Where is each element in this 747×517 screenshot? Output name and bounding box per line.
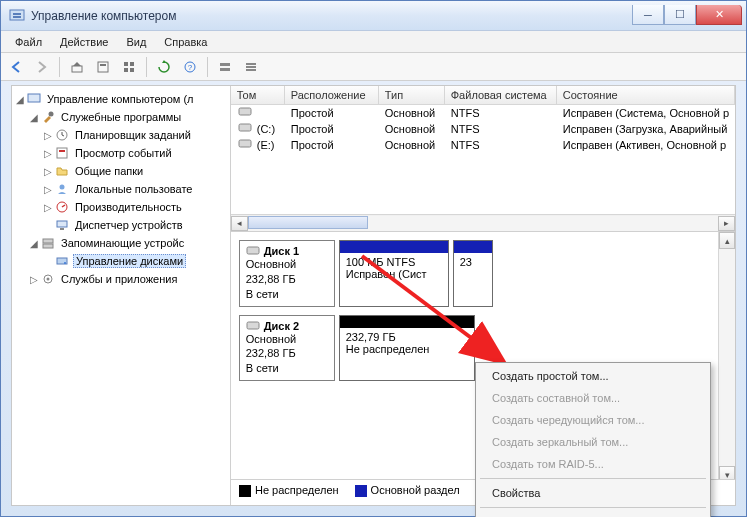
disk-header[interactable]: Диск 1 Основной 232,88 ГБ В сети bbox=[239, 240, 335, 307]
nav-tree[interactable]: ◢ Управление компьютером (л ◢ Служебные … bbox=[12, 86, 231, 505]
ctx-new-striped-volume[interactable]: Создать чередующийся том... bbox=[478, 409, 708, 431]
col-volume[interactable]: Том bbox=[231, 86, 285, 104]
ctx-new-mirror-volume[interactable]: Создать зеркальный том... bbox=[478, 431, 708, 453]
svg-rect-14 bbox=[246, 63, 256, 65]
ctx-help[interactable]: Справка bbox=[478, 511, 708, 517]
titlebar[interactable]: Управление компьютером ─ ☐ ✕ bbox=[1, 1, 746, 31]
ctx-new-simple-volume[interactable]: Создать простой том... bbox=[478, 365, 708, 387]
partition[interactable]: 23 bbox=[453, 240, 493, 307]
scroll-right-button[interactable]: ▸ bbox=[718, 216, 735, 231]
svg-rect-36 bbox=[247, 322, 259, 329]
storage-icon bbox=[40, 235, 56, 251]
window-buttons: ─ ☐ ✕ bbox=[632, 6, 742, 25]
disk-header[interactable]: Диск 2 Основной 232,88 ГБ В сети bbox=[239, 315, 335, 382]
content-area: ◢ Управление компьютером (л ◢ Служебные … bbox=[11, 85, 736, 506]
svg-rect-24 bbox=[57, 221, 67, 227]
overview-button[interactable] bbox=[214, 56, 236, 78]
minimize-button[interactable]: ─ bbox=[632, 5, 664, 25]
svg-rect-17 bbox=[28, 94, 40, 102]
volume-hscrollbar[interactable]: ◂ ▸ bbox=[231, 214, 735, 231]
svg-rect-34 bbox=[239, 140, 251, 147]
legend-swatch-unallocated bbox=[239, 485, 251, 497]
col-fs[interactable]: Файловая система bbox=[445, 86, 557, 104]
app-icon bbox=[9, 8, 25, 24]
menu-view[interactable]: Вид bbox=[118, 34, 154, 50]
svg-rect-25 bbox=[60, 228, 64, 230]
svg-rect-9 bbox=[130, 68, 134, 72]
scroll-left-button[interactable]: ◂ bbox=[231, 216, 248, 231]
tree-performance[interactable]: ▷ Производительность bbox=[14, 198, 228, 216]
ctx-properties[interactable]: Свойства bbox=[478, 482, 708, 504]
tree-services[interactable]: ▷ Службы и приложения bbox=[14, 270, 228, 288]
svg-point-31 bbox=[47, 278, 50, 281]
drive-icon bbox=[237, 139, 253, 149]
users-icon bbox=[54, 181, 70, 197]
ctx-new-spanned-volume[interactable]: Создать составной том... bbox=[478, 387, 708, 409]
scroll-thumb[interactable] bbox=[248, 216, 368, 229]
tree-disk-management[interactable]: Управление дисками bbox=[14, 252, 228, 270]
svg-point-29 bbox=[64, 262, 66, 264]
menubar: Файл Действие Вид Справка bbox=[1, 31, 746, 53]
close-button[interactable]: ✕ bbox=[696, 5, 742, 25]
ctx-separator bbox=[480, 478, 706, 479]
tree-system-tools[interactable]: ◢ Служебные программы bbox=[14, 108, 228, 126]
volume-row[interactable]: (E:) Простой Основной NTFS Исправен (Акт… bbox=[231, 137, 735, 153]
svg-point-18 bbox=[49, 112, 54, 117]
menu-file[interactable]: Файл bbox=[7, 34, 50, 50]
svg-rect-7 bbox=[130, 62, 134, 66]
volume-row[interactable]: (C:) Простой Основной NTFS Исправен (Заг… bbox=[231, 121, 735, 137]
volume-row[interactable]: Простой Основной NTFS Исправен (Система,… bbox=[231, 105, 735, 121]
maximize-button[interactable]: ☐ bbox=[664, 5, 696, 25]
ctx-new-raid5-volume[interactable]: Создать том RAID-5... bbox=[478, 453, 708, 475]
up-button[interactable] bbox=[66, 56, 88, 78]
folder-icon bbox=[54, 163, 70, 179]
tree-root[interactable]: ◢ Управление компьютером (л bbox=[14, 90, 228, 108]
svg-rect-21 bbox=[59, 150, 65, 152]
volume-list-header[interactable]: Том Расположение Тип Файловая система Со… bbox=[231, 86, 735, 105]
tree-local-users[interactable]: ▷ Локальные пользовате bbox=[14, 180, 228, 198]
services-icon bbox=[40, 271, 56, 287]
svg-rect-26 bbox=[43, 239, 53, 243]
disk-vscrollbar[interactable]: ▴ ▾ bbox=[718, 232, 735, 483]
tree-event-viewer[interactable]: ▷ Просмотр событий bbox=[14, 144, 228, 162]
svg-rect-13 bbox=[220, 68, 230, 71]
disk-icon bbox=[54, 253, 70, 269]
scroll-up-button[interactable]: ▴ bbox=[719, 232, 735, 249]
menu-help[interactable]: Справка bbox=[156, 34, 215, 50]
partition-unallocated[interactable]: 232,79 ГБ Не распределен bbox=[339, 315, 475, 382]
svg-rect-33 bbox=[239, 124, 251, 131]
partition[interactable]: 100 МБ NTFS Исправен (Сист bbox=[339, 240, 449, 307]
disk-icon bbox=[246, 246, 260, 256]
col-layout[interactable]: Расположение bbox=[285, 86, 379, 104]
svg-rect-27 bbox=[43, 244, 53, 248]
col-status[interactable]: Состояние bbox=[557, 86, 735, 104]
tree-storage[interactable]: ◢ Запоминающие устройс bbox=[14, 234, 228, 252]
menu-action[interactable]: Действие bbox=[52, 34, 116, 50]
nav-back-button[interactable] bbox=[5, 56, 27, 78]
devmgr-icon bbox=[54, 217, 70, 233]
perf-icon bbox=[54, 199, 70, 215]
svg-rect-12 bbox=[220, 63, 230, 66]
tree-shared-folders[interactable]: ▷ Общие папки bbox=[14, 162, 228, 180]
refresh-button[interactable] bbox=[153, 56, 175, 78]
props-button[interactable] bbox=[92, 56, 114, 78]
col-type[interactable]: Тип bbox=[379, 86, 445, 104]
volume-list: Том Расположение Тип Файловая система Со… bbox=[231, 86, 735, 232]
svg-rect-20 bbox=[57, 148, 67, 158]
tree-device-manager[interactable]: Диспетчер устройств bbox=[14, 216, 228, 234]
toolbar: ? bbox=[1, 53, 746, 81]
svg-rect-32 bbox=[239, 108, 251, 115]
drive-icon bbox=[237, 123, 253, 133]
disk-row: Диск 1 Основной 232,88 ГБ В сети 100 МБ … bbox=[239, 240, 710, 307]
tree-task-scheduler[interactable]: ▷ Планировщик заданий bbox=[14, 126, 228, 144]
window-frame: Управление компьютером ─ ☐ ✕ Файл Действ… bbox=[0, 0, 747, 517]
svg-rect-2 bbox=[13, 16, 21, 18]
svg-rect-16 bbox=[246, 69, 256, 71]
nav-fwd-button[interactable] bbox=[31, 56, 53, 78]
volume-rows: Простой Основной NTFS Исправен (Система,… bbox=[231, 105, 735, 214]
svg-text:?: ? bbox=[188, 63, 193, 72]
help-button[interactable]: ? bbox=[179, 56, 201, 78]
list-button[interactable] bbox=[240, 56, 262, 78]
views-button[interactable] bbox=[118, 56, 140, 78]
disk-icon bbox=[246, 321, 260, 331]
